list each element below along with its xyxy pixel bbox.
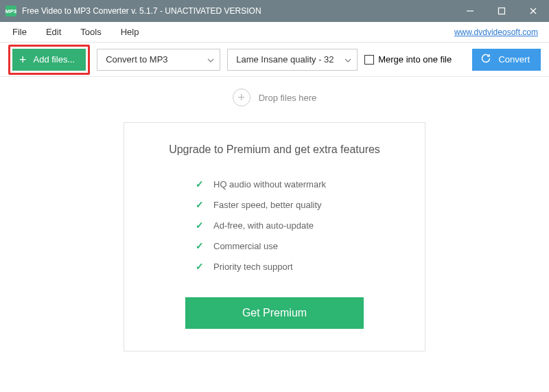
maximize-button[interactable] (486, 0, 517, 22)
merge-label: Merge into one file (378, 54, 452, 65)
feature-text: Priority tech support (213, 262, 293, 272)
close-button[interactable] (517, 0, 549, 22)
list-item: ✓ Priority tech support (196, 256, 353, 277)
quality-selected: Lame Insane quality - 32 (236, 54, 334, 65)
chevron-down-icon (207, 54, 214, 65)
plus-circle-icon: + (233, 89, 250, 106)
add-files-button[interactable]: + Add files... (12, 49, 86, 71)
premium-heading: Upgrade to Premium and get extra feature… (152, 143, 397, 156)
check-icon: ✓ (196, 178, 204, 189)
quality-dropdown[interactable]: Lame Insane quality - 32 (227, 49, 358, 71)
add-files-highlight: + Add files... (8, 45, 90, 75)
format-dropdown[interactable]: Convert to MP3 (97, 49, 220, 71)
format-selected: Convert to MP3 (106, 54, 167, 65)
menu-file[interactable]: File (3, 27, 36, 37)
drop-zone-label: Drop files here (259, 93, 317, 103)
toolbar: + Add files... Convert to MP3 Lame Insan… (0, 43, 549, 77)
list-item: ✓ Ad-free, with auto-update (196, 215, 353, 235)
svg-rect-1 (499, 8, 505, 14)
list-item: ✓ Commercial use (196, 235, 353, 256)
menu-tools[interactable]: Tools (71, 27, 110, 37)
checkbox-icon (364, 55, 374, 65)
check-icon: ✓ (196, 240, 204, 251)
app-icon: MP3 (5, 5, 16, 16)
feature-text: Ad-free, with auto-update (213, 220, 314, 231)
check-icon: ✓ (196, 261, 204, 272)
menu-help[interactable]: Help (111, 27, 149, 37)
feature-text: Commercial use (213, 241, 278, 251)
plus-icon: + (19, 54, 27, 66)
chevron-down-icon (344, 54, 351, 65)
website-link[interactable]: www.dvdvideosoft.com (454, 27, 538, 37)
list-item: ✓ HQ audio without watermark (196, 174, 353, 194)
window-title: Free Video to MP3 Converter v. 5.1.7 - U… (22, 6, 454, 16)
premium-feature-list: ✓ HQ audio without watermark ✓ Faster sp… (196, 174, 353, 277)
window-controls (454, 0, 549, 22)
convert-label: Convert (498, 54, 530, 65)
add-files-label: Add files... (34, 54, 75, 65)
feature-text: HQ audio without watermark (213, 179, 326, 189)
minimize-button[interactable] (454, 0, 486, 22)
menu-bar: File Edit Tools Help www.dvdvideosoft.co… (0, 22, 549, 43)
title-bar: MP3 Free Video to MP3 Converter v. 5.1.7… (0, 0, 549, 22)
convert-button[interactable]: Convert (472, 49, 541, 71)
premium-panel: Upgrade to Premium and get extra feature… (124, 122, 425, 351)
feature-text: Faster speed, better quality (213, 200, 322, 210)
get-premium-button[interactable]: Get Premium (185, 297, 364, 329)
list-item: ✓ Faster speed, better quality (196, 194, 353, 215)
menu-edit[interactable]: Edit (36, 27, 71, 37)
merge-checkbox[interactable]: Merge into one file (364, 54, 452, 65)
check-icon: ✓ (196, 220, 204, 231)
refresh-icon (480, 53, 491, 66)
drop-zone[interactable]: + Drop files here (0, 77, 549, 118)
check-icon: ✓ (196, 199, 204, 210)
